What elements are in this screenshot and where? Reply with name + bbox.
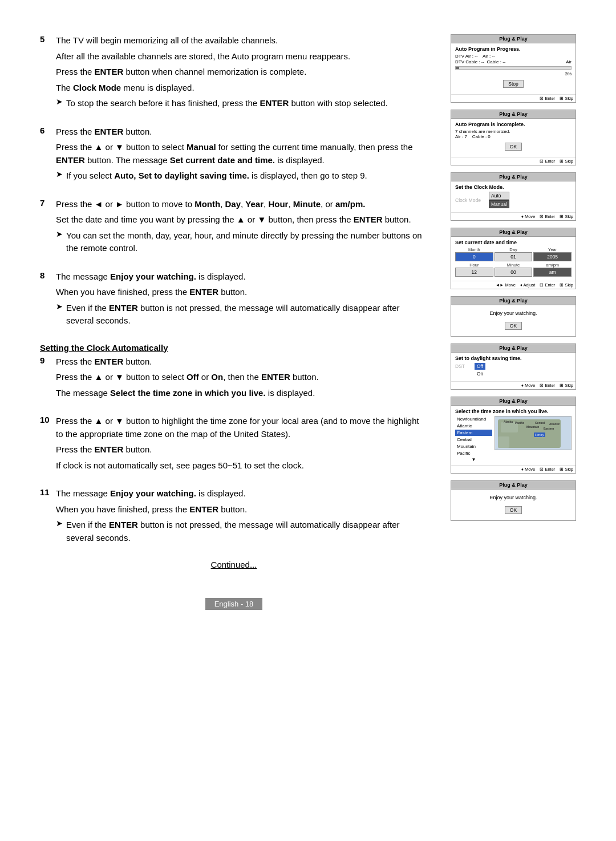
panel7-footer-move: ♦ Move (521, 467, 535, 472)
panel7-footer-enter: ⊡ Enter (540, 467, 555, 472)
dt-day-col: Day 01 (495, 247, 533, 261)
step5-p3: Press the ENTER button when channel memo… (56, 66, 428, 79)
step7-p1: Press the ◄ or ► button to move to Month… (56, 198, 428, 211)
step5-p4: The Clock Mode menu is displayed. (56, 82, 428, 95)
note-arrow-6: ➤ (56, 169, 63, 183)
panel4-title: Set current date and time (455, 240, 572, 245)
step5-p2: After all the available channels are sto… (56, 50, 428, 63)
panel6-footer-skip: ⊞ Skip (560, 383, 573, 388)
panel3-label: Clock Mode (455, 197, 487, 203)
step8-p1: The message Enjoy your watching. is disp… (56, 270, 428, 284)
panel4-footer-move: ◄► Move (496, 282, 516, 288)
step6-note-text: If you select Auto, Set to daylight savi… (66, 169, 367, 183)
panel4-footer-skip: ⊞ Skip (560, 282, 573, 288)
tz-central[interactable]: Central (455, 436, 492, 443)
step5-note: ➤ To stop the search before it has finis… (56, 97, 428, 110)
panel8-ok-button[interactable]: OK (505, 506, 522, 514)
step-11: 11 The message Enjoy your watching. is d… (40, 487, 428, 547)
panel4-footer-enter: ⊡ Enter (540, 282, 555, 288)
step7-note-text: You can set the month, day, year, hour, … (66, 229, 428, 255)
continued-label: Continued... (40, 560, 428, 569)
step-number-8: 8 (40, 270, 51, 330)
panel1-header: Plug & Play (451, 35, 576, 43)
panel2-footer-skip: ⊞ Skip (560, 159, 573, 164)
panel8-title: Enjoy your watching. (455, 492, 572, 503)
panel6-body: Set to daylight saving time. DST Off On (451, 353, 576, 381)
panel-clock-mode: Plug & Play Set the Clock Mode. Clock Mo… (451, 172, 576, 221)
panel2-ok-button[interactable]: OK (505, 143, 522, 151)
panel-enjoy2: Plug & Play Enjoy your watching. OK (451, 480, 576, 521)
step6-p2: Press the ▲ or ▼ button to select Manual… (56, 141, 428, 167)
step5-p1: The TV will begin memorizing all of the … (56, 34, 428, 47)
panel1-title: Auto Program in Progress. (455, 46, 572, 52)
dt-ampm-col: am/pm am (533, 262, 572, 277)
tz-map: Alaska Pacific Mountain Central Eastern … (495, 416, 572, 450)
step-content-8: The message Enjoy your watching. is disp… (56, 270, 428, 330)
tz-eastern[interactable]: Eastern (455, 430, 492, 436)
panel7-footer-skip: ⊞ Skip (560, 467, 573, 472)
panel3-footer-move: ♦ Move (521, 214, 535, 219)
page-layout: 5 The TV will begin memorizing all of th… (40, 34, 576, 610)
panel3-option-manual[interactable]: Manual (489, 200, 509, 208)
tz-newfoundland[interactable]: Newfoundland (455, 416, 492, 422)
panel3-body: Set the Clock Mode. Clock Mode Auto Manu… (451, 181, 576, 212)
panel5-ok-button[interactable]: OK (505, 322, 522, 330)
panel1-progress-bar (455, 66, 572, 70)
panel1-progress-fill (456, 67, 459, 69)
step11-p1: The message Enjoy your watching. is disp… (56, 487, 428, 500)
panel1-body: Auto Program in Progress. DTV Air : -- A… (451, 43, 576, 94)
step10-p3: If clock is not automatically set, see p… (56, 459, 428, 472)
page-footer: English - 18 (40, 587, 428, 610)
panel1-row2: DTV Cable : -- Cable : -- Air (455, 59, 572, 64)
tz-scroll-down: ▼ (455, 457, 492, 462)
panel4-date-grid: Month 0 Day 01 Year 2005 (455, 247, 572, 261)
panel6-footer-enter: ⊡ Enter (540, 383, 555, 388)
panel3-option-auto[interactable]: Auto (489, 192, 509, 200)
panel-auto-incomplete: Plug & Play Auto Program is incomplete. … (451, 110, 576, 165)
panel1-stop-button[interactable]: Stop (503, 80, 524, 88)
panel3-footer-skip: ⊞ Skip (560, 214, 573, 219)
step7-note: ➤ You can set the month, day, year, hour… (56, 229, 428, 255)
panel3-footer: ♦ Move ⊡ Enter ⊞ Skip (451, 212, 576, 220)
panel-timezone: Plug & Play Select the time zone in whic… (451, 397, 576, 474)
panel-datetime: Plug & Play Set current date and time Mo… (451, 228, 576, 289)
step6-p1: Press the ENTER button. (56, 126, 428, 139)
step11-note-text: Even if the ENTER button is not pressed,… (66, 519, 428, 544)
dt-hour-value: 12 (455, 268, 493, 277)
tz-atlantic[interactable]: Atlantic (455, 423, 492, 429)
page-number: English - 18 (205, 598, 263, 610)
panel6-dst-on[interactable]: On (475, 370, 485, 377)
panel1-row1: DTV Air : -- Air : -- (455, 54, 572, 59)
panel6-dst-off[interactable]: Off (475, 363, 485, 370)
step8-note-text: Even if the ENTER button is not pressed,… (66, 302, 428, 327)
step-number-9: 9 (40, 355, 51, 403)
panel4-time-grid: Hour 12 Minute 00 am/pm am (455, 262, 572, 277)
step11-p2: When you have finished, press the ENTER … (56, 503, 428, 516)
panel6-dst-row: DST Off On (455, 363, 572, 377)
step10-p1: Press the ▲ or ▼ button to highlight the… (56, 415, 428, 440)
step-content-7: Press the ◄ or ► button to move to Month… (56, 198, 428, 258)
step9-p1: Press the ENTER button. (56, 355, 428, 369)
dt-day-value: 01 (495, 252, 533, 261)
tz-pacific[interactable]: Pacific (455, 450, 492, 456)
panel5-header: Plug & Play (451, 297, 576, 305)
panel5-body: Enjoy your watching. OK (451, 305, 576, 336)
step7-p2: Set the date and time you want by pressi… (56, 213, 428, 227)
panel6-footer-move: ♦ Move (521, 383, 535, 388)
dt-minute-value: 00 (495, 268, 533, 277)
panel2-title: Auto Program is incomplete. (455, 122, 572, 127)
panel-enjoy1: Plug & Play Enjoy your watching. OK (451, 296, 576, 337)
dt-minute-col: Minute 00 (495, 262, 533, 277)
tz-mountain[interactable]: Mountain (455, 443, 492, 450)
panel2-body: Auto Program is incomplete. 7 channels a… (451, 119, 576, 157)
step8-p2: When you have finished, press the ENTER … (56, 286, 428, 299)
panel5-title: Enjoy your watching. (455, 308, 572, 318)
panel5-button-row: OK (455, 320, 572, 331)
panel8-body: Enjoy your watching. OK (451, 490, 576, 520)
step-8: 8 The message Enjoy your watching. is di… (40, 270, 428, 330)
dt-month-col: Month 0 (455, 247, 493, 261)
step9-p2: Press the ▲ or ▼ button to select Off or… (56, 371, 428, 384)
panel1-footer: ⊡ Enter ⊞ Skip (451, 94, 576, 102)
panel6-dst-options: Off On (475, 363, 485, 377)
dt-year-value: 2005 (533, 252, 572, 261)
